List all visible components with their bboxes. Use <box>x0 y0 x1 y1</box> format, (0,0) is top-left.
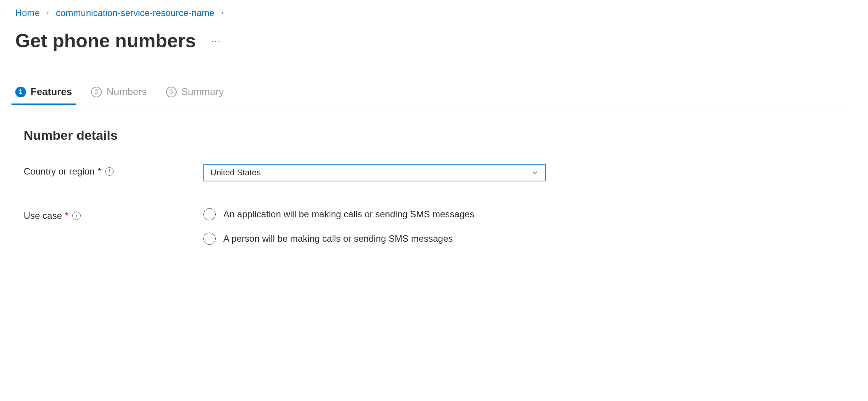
form-label: Country or region * i <box>24 164 203 177</box>
chevron-right-icon <box>45 9 50 18</box>
required-indicator: * <box>65 210 68 221</box>
required-indicator: * <box>98 166 101 177</box>
page-title: Get phone numbers <box>15 30 196 52</box>
tab-features[interactable]: 1 Features <box>15 86 72 105</box>
radio-icon <box>203 208 216 220</box>
select-value: United States <box>210 168 261 178</box>
tab-summary[interactable]: 3 Summary <box>166 86 224 105</box>
radio-option-person[interactable]: A person will be making calls or sending… <box>203 233 546 245</box>
breadcrumb-home[interactable]: Home <box>15 8 40 18</box>
info-icon[interactable]: i <box>105 167 114 176</box>
tab-numbers[interactable]: 2 Numbers <box>91 86 146 105</box>
step-number: 3 <box>166 87 177 97</box>
radio-icon <box>203 233 216 245</box>
radio-option-application[interactable]: An application will be making calls or s… <box>203 208 546 220</box>
breadcrumb-resource[interactable]: communication-service-resource-name <box>56 8 215 18</box>
tab-label: Numbers <box>106 86 146 98</box>
step-number: 1 <box>15 87 26 97</box>
tab-label: Features <box>31 86 72 98</box>
form-label: Use case * i <box>24 208 203 221</box>
step-number: 2 <box>91 87 102 97</box>
chevron-down-icon <box>531 169 539 176</box>
form-control: An application will be making calls or s… <box>203 208 546 245</box>
radio-label: A person will be making calls or sending… <box>223 233 453 244</box>
form-control: United States <box>203 164 546 181</box>
title-row: Get phone numbers ··· <box>15 30 853 52</box>
tabs: 1 Features 2 Numbers 3 Summary <box>15 79 853 105</box>
radio-label: An application will be making calls or s… <box>223 209 474 220</box>
form-row-country: Country or region * i United States <box>15 164 853 181</box>
country-select[interactable]: United States <box>203 164 546 181</box>
usecase-label: Use case <box>24 210 62 221</box>
section-heading: Number details <box>15 128 853 143</box>
tab-label: Summary <box>181 86 224 98</box>
chevron-right-icon <box>220 9 225 18</box>
breadcrumb: Home communication-service-resource-name <box>15 8 853 18</box>
country-label: Country or region <box>24 166 94 177</box>
form-row-usecase: Use case * i An application will be maki… <box>15 208 853 245</box>
usecase-radio-group: An application will be making calls or s… <box>203 208 546 245</box>
more-icon[interactable]: ··· <box>211 36 221 46</box>
info-icon[interactable]: i <box>72 212 81 220</box>
